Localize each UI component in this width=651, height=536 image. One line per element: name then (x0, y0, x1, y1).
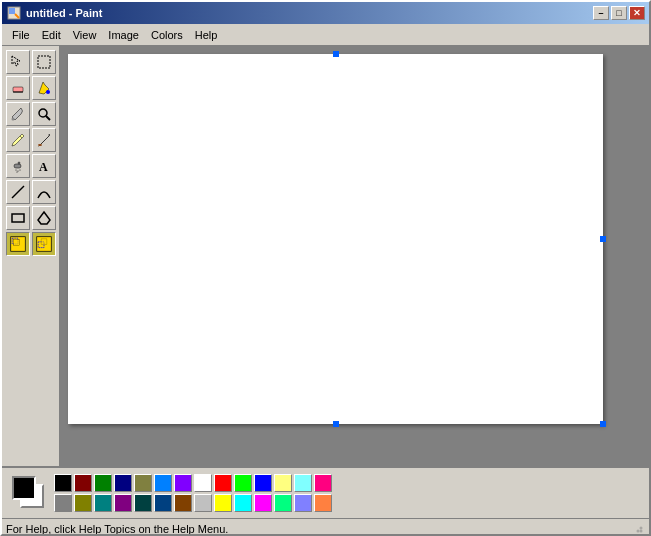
color-swatch[interactable] (314, 474, 332, 492)
svg-rect-2 (38, 56, 50, 68)
svg-marker-19 (38, 212, 50, 224)
tool-pencil[interactable] (6, 128, 30, 152)
color-swatch[interactable] (94, 474, 112, 492)
color-swatch[interactable] (254, 494, 272, 512)
app-icon (6, 5, 22, 21)
svg-point-9 (38, 144, 42, 146)
svg-rect-22 (13, 240, 19, 246)
color-swatch[interactable] (74, 474, 92, 492)
svg-rect-18 (12, 214, 24, 222)
tool-fill[interactable] (32, 76, 56, 100)
color-swatch[interactable] (174, 474, 192, 492)
svg-point-14 (19, 170, 20, 171)
color-swatch[interactable] (154, 474, 172, 492)
color-swatch[interactable] (114, 494, 132, 512)
svg-point-6 (39, 109, 47, 117)
handle-bot-right[interactable] (600, 421, 606, 427)
title-bar: untitled - Paint – □ ✕ (2, 2, 649, 24)
tool-opaque-select[interactable] (6, 232, 30, 256)
window-controls: – □ ✕ (593, 6, 645, 20)
minimize-button[interactable]: – (593, 6, 609, 20)
menu-image[interactable]: Image (102, 27, 145, 43)
status-text: For Help, click Help Topics on the Help … (6, 523, 228, 535)
svg-point-13 (17, 171, 18, 172)
svg-point-11 (18, 162, 20, 164)
tool-select-rect[interactable] (32, 50, 56, 74)
menu-edit[interactable]: Edit (36, 27, 67, 43)
color-swatch[interactable] (134, 474, 152, 492)
svg-point-27 (637, 529, 640, 532)
canvas-wrapper[interactable] (60, 46, 649, 466)
svg-point-15 (16, 172, 17, 173)
color-swatch[interactable] (294, 474, 312, 492)
status-bar: For Help, click Help Topics on the Help … (2, 518, 649, 536)
close-button[interactable]: ✕ (629, 6, 645, 20)
color-swatch[interactable] (54, 494, 72, 512)
color-swatch[interactable] (114, 474, 132, 492)
canvas-surface[interactable] (68, 54, 603, 424)
tool-text[interactable]: A (32, 154, 56, 178)
color-swatch[interactable] (154, 494, 172, 512)
tool-eyedropper[interactable] (6, 102, 30, 126)
color-swatch[interactable] (234, 494, 252, 512)
tool-curve[interactable] (32, 180, 56, 204)
tool-brush[interactable] (32, 128, 56, 152)
main-area: A (2, 46, 649, 466)
menu-colors[interactable]: Colors (145, 27, 189, 43)
handle-mid-right[interactable] (600, 236, 606, 242)
window-frame: untitled - Paint – □ ✕ File Edit View Im… (0, 0, 651, 536)
tool-rectangle[interactable] (6, 206, 30, 230)
color-selection (10, 474, 48, 512)
color-swatch[interactable] (194, 474, 212, 492)
color-swatch[interactable] (234, 474, 252, 492)
color-swatch[interactable] (74, 494, 92, 512)
svg-point-4 (46, 90, 50, 94)
tool-transparent-select[interactable] (32, 232, 56, 256)
resize-grip-icon (633, 523, 645, 535)
svg-rect-3 (13, 87, 23, 92)
color-swatch[interactable] (94, 494, 112, 512)
menu-bar: File Edit View Image Colors Help (2, 24, 649, 46)
color-swatch[interactable] (274, 474, 292, 492)
color-swatch[interactable] (194, 494, 212, 512)
title-bar-left: untitled - Paint (6, 5, 102, 21)
svg-line-17 (12, 186, 24, 198)
palette-bar (2, 466, 649, 518)
color-swatch[interactable] (274, 494, 292, 512)
menu-view[interactable]: View (67, 27, 103, 43)
foreground-color-box[interactable] (12, 476, 36, 500)
window-title: untitled - Paint (26, 7, 102, 19)
tool-select-free[interactable] (6, 50, 30, 74)
svg-point-28 (640, 526, 643, 529)
tool-line[interactable] (6, 180, 30, 204)
toolbar: A (2, 46, 60, 466)
color-swatch[interactable] (174, 494, 192, 512)
svg-point-5 (11, 118, 14, 121)
color-swatch[interactable] (254, 474, 272, 492)
handle-top-center[interactable] (333, 51, 339, 57)
maximize-button[interactable]: □ (611, 6, 627, 20)
color-swatch[interactable] (314, 494, 332, 512)
tool-eraser[interactable] (6, 76, 30, 100)
handle-bot-center[interactable] (333, 421, 339, 427)
svg-line-7 (46, 116, 50, 120)
color-swatch[interactable] (214, 494, 232, 512)
svg-rect-10 (14, 164, 21, 168)
tool-airbrush[interactable] (6, 154, 30, 178)
color-palette (54, 474, 332, 512)
svg-point-26 (640, 529, 643, 532)
color-swatch[interactable] (294, 494, 312, 512)
menu-file[interactable]: File (6, 27, 36, 43)
svg-text:A: A (39, 160, 48, 174)
svg-rect-25 (41, 239, 47, 245)
tool-magnifier[interactable] (32, 102, 56, 126)
menu-help[interactable]: Help (189, 27, 224, 43)
svg-point-12 (15, 170, 16, 171)
color-swatch[interactable] (134, 494, 152, 512)
color-swatch[interactable] (54, 474, 72, 492)
color-swatch[interactable] (214, 474, 232, 492)
svg-rect-1 (9, 8, 15, 14)
tool-polygon[interactable] (32, 206, 56, 230)
